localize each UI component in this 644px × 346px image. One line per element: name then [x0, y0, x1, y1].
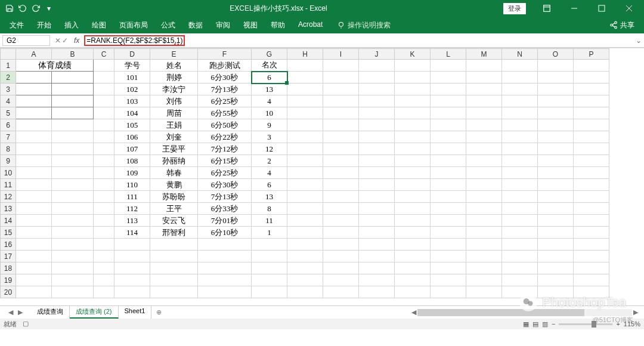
cell-D13[interactable]: 112 [114, 203, 150, 215]
cell-J1[interactable] [359, 60, 395, 72]
cell-M8[interactable] [466, 143, 502, 155]
cell-N4[interactable] [502, 95, 538, 107]
cell-I11[interactable] [323, 179, 359, 191]
cell-O18[interactable] [538, 262, 574, 274]
cell-I19[interactable] [323, 274, 359, 286]
formula-expand-icon[interactable]: ⌄ [633, 36, 644, 45]
cell-L18[interactable] [431, 262, 466, 274]
cell-E20[interactable] [150, 286, 198, 298]
cell-D10[interactable]: 109 [114, 167, 150, 179]
cell-K20[interactable] [395, 286, 431, 298]
view-break-icon[interactable]: ▥ [542, 320, 548, 328]
cell-K19[interactable] [395, 274, 431, 286]
cell-B8[interactable] [52, 143, 94, 155]
cell-A6[interactable] [16, 119, 52, 131]
cell-H17[interactable] [287, 251, 323, 262]
cell-K14[interactable] [395, 215, 431, 227]
cell-J13[interactable] [359, 203, 395, 215]
cell-E2[interactable]: 荆婷 [150, 72, 198, 84]
cell-J5[interactable] [359, 107, 395, 119]
cell-M6[interactable] [466, 119, 502, 131]
cell-A2[interactable] [16, 72, 52, 84]
tab-帮助[interactable]: 帮助 [265, 18, 291, 33]
cell-N11[interactable] [502, 179, 538, 191]
cell-M14[interactable] [466, 215, 502, 227]
cell-D12[interactable]: 111 [114, 191, 150, 203]
new-sheet-icon[interactable]: ⊕ [151, 308, 166, 316]
cell-G12[interactable]: 13 [252, 191, 287, 203]
cell-L9[interactable] [431, 155, 466, 167]
cell-H18[interactable] [287, 262, 323, 274]
cell-C10[interactable] [94, 167, 114, 179]
cell-F19[interactable] [198, 274, 252, 286]
cell-F1[interactable]: 跑步测试 [198, 60, 252, 72]
cell-C8[interactable] [94, 143, 114, 155]
cell-F10[interactable]: 6分25秒 [198, 167, 252, 179]
cell-B9[interactable] [52, 155, 94, 167]
redo-icon[interactable] [31, 4, 41, 13]
cell-F12[interactable]: 7分13秒 [198, 191, 252, 203]
tab-插入[interactable]: 插入 [58, 18, 85, 33]
select-all-corner[interactable] [1, 49, 16, 60]
cell-I4[interactable] [323, 95, 359, 107]
row-header-4[interactable]: 4 [1, 95, 16, 107]
cell-G6[interactable]: 9 [252, 119, 287, 131]
cell-B19[interactable] [52, 274, 94, 286]
cell-H6[interactable] [287, 119, 323, 131]
cell-A18[interactable] [16, 262, 52, 274]
cell-G18[interactable] [252, 262, 287, 274]
cell-O7[interactable] [538, 131, 574, 143]
cell-F14[interactable]: 7分01秒 [198, 215, 252, 227]
cell-E13[interactable]: 王平 [150, 203, 198, 215]
cell-D14[interactable]: 113 [114, 215, 150, 227]
view-page-icon[interactable]: ▤ [532, 320, 538, 328]
col-header-O[interactable]: O [538, 49, 574, 60]
row-header-3[interactable]: 3 [1, 84, 16, 95]
cell-B4[interactable] [52, 95, 94, 107]
cell-H5[interactable] [287, 107, 323, 119]
cell-A10[interactable] [16, 167, 52, 179]
cell-title[interactable]: 体育成绩 [16, 60, 94, 72]
cell-L1[interactable] [431, 60, 466, 72]
cell-E7[interactable]: 刘奎 [150, 131, 198, 143]
col-header-N[interactable]: N [502, 49, 538, 60]
cell-C4[interactable] [94, 95, 114, 107]
cell-M17[interactable] [466, 251, 502, 262]
col-header-J[interactable]: J [359, 49, 395, 60]
cell-O9[interactable] [538, 155, 574, 167]
cell-O12[interactable] [538, 191, 574, 203]
cell-F8[interactable]: 7分12秒 [198, 143, 252, 155]
cell-H4[interactable] [287, 95, 323, 107]
cell-K1[interactable] [395, 60, 431, 72]
cell-I3[interactable] [323, 84, 359, 95]
cell-H12[interactable] [287, 191, 323, 203]
cell-J20[interactable] [359, 286, 395, 298]
cell-I7[interactable] [323, 131, 359, 143]
cell-D18[interactable] [114, 262, 150, 274]
cell-P7[interactable] [574, 131, 609, 143]
cell-L6[interactable] [431, 119, 466, 131]
cell-C15[interactable] [94, 227, 114, 239]
cell-O15[interactable] [538, 227, 574, 239]
cell-L17[interactable] [431, 251, 466, 262]
cell-E17[interactable] [150, 251, 198, 262]
cell-E6[interactable]: 王娟 [150, 119, 198, 131]
cell-H19[interactable] [287, 274, 323, 286]
cell-F6[interactable]: 6分50秒 [198, 119, 252, 131]
cell-N1[interactable] [502, 60, 538, 72]
col-header-D[interactable]: D [114, 49, 150, 60]
cell-K6[interactable] [395, 119, 431, 131]
cell-B7[interactable] [52, 131, 94, 143]
cell-I1[interactable] [323, 60, 359, 72]
cell-A17[interactable] [16, 251, 52, 262]
cell-G10[interactable]: 4 [252, 167, 287, 179]
cell-C17[interactable] [94, 251, 114, 262]
cell-G7[interactable]: 3 [252, 131, 287, 143]
cell-N14[interactable] [502, 215, 538, 227]
undo-icon[interactable] [18, 4, 27, 13]
cell-C2[interactable] [94, 72, 114, 84]
tab-公式[interactable]: 公式 [155, 18, 181, 33]
cell-N10[interactable] [502, 167, 538, 179]
cell-C1[interactable] [94, 60, 114, 72]
cell-I16[interactable] [323, 239, 359, 251]
